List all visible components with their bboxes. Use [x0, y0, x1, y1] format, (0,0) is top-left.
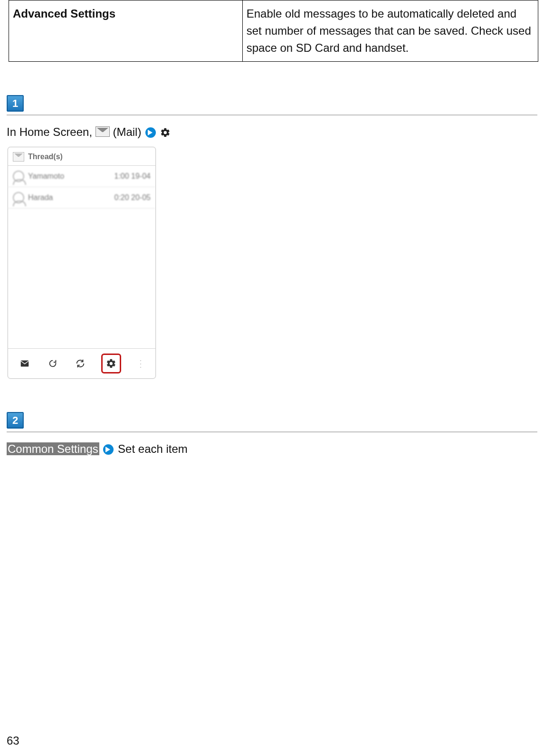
settings-table: Advanced Settings Enable old messages to… — [9, 0, 538, 62]
arrow-icon — [103, 444, 114, 455]
thread-time: 0:20 20-05 — [114, 193, 151, 202]
list-item[interactable]: Yamamoto 1:00 19-04 — [8, 166, 155, 187]
menu-icon[interactable]: ⋮ — [136, 358, 145, 369]
common-settings-label[interactable]: Common Settings — [7, 442, 99, 455]
step-2-divider — [7, 431, 537, 432]
phone-bottom-bar: ⋮ — [8, 348, 155, 378]
phone-screenshot: Thread(s) Yamamoto 1:00 19-04 Harada 0:2… — [8, 147, 156, 379]
page-number: 63 — [7, 734, 19, 747]
step-1-divider — [7, 115, 537, 115]
instruction-prefix: In Home Screen, — [7, 125, 95, 138]
advanced-settings-desc: Enable old messages to be automatically … — [242, 0, 538, 62]
settings-icon-highlighted[interactable] — [101, 354, 121, 373]
thread-name: Harada — [28, 193, 53, 202]
sync-icon[interactable] — [74, 357, 87, 370]
refresh-icon[interactable] — [46, 357, 59, 370]
list-item[interactable]: Harada 0:20 20-05 — [8, 187, 155, 209]
thread-name: Yamamoto — [28, 172, 64, 181]
phone-header: Thread(s) — [8, 147, 155, 166]
step-2-instruction: Common Settings Set each item — [7, 441, 544, 457]
mail-icon — [95, 126, 110, 137]
thread-time: 1:00 19-04 — [114, 172, 151, 181]
mail-label: (Mail) — [113, 125, 141, 138]
step-1-badge: 1 — [7, 95, 24, 112]
advanced-settings-label: Advanced Settings — [9, 0, 243, 62]
compose-icon[interactable] — [18, 357, 31, 370]
avatar-icon — [13, 192, 24, 203]
thread-header-label: Thread(s) — [28, 153, 63, 161]
set-each-item-label: Set each item — [118, 442, 188, 455]
thread-list: Yamamoto 1:00 19-04 Harada 0:20 20-05 — [8, 166, 155, 348]
arrow-icon — [145, 127, 156, 138]
mail-small-icon — [13, 152, 24, 162]
avatar-icon — [13, 171, 24, 182]
step-2-badge: 2 — [7, 412, 24, 429]
gear-icon — [160, 126, 171, 136]
step-1-instruction: In Home Screen, (Mail) — [7, 124, 544, 140]
svg-rect-0 — [21, 361, 29, 367]
